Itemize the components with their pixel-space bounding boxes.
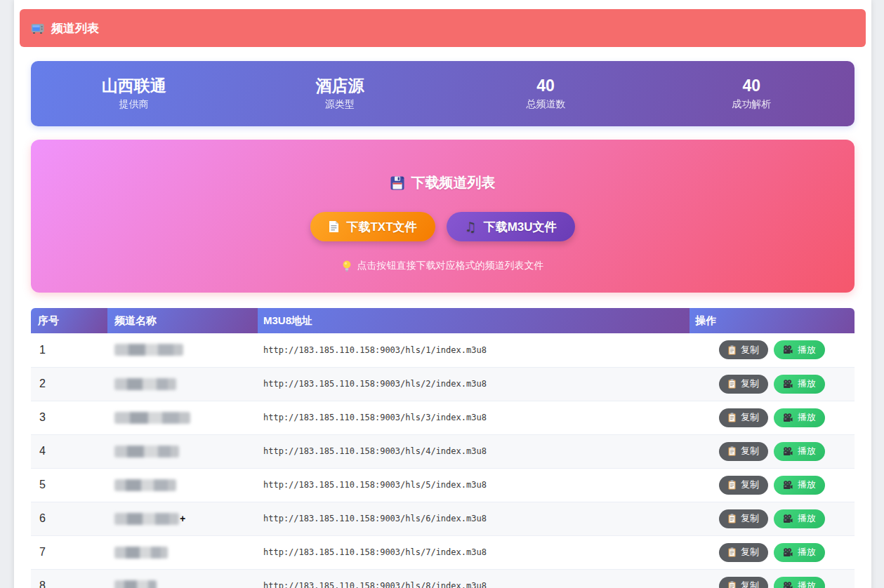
movie-camera-icon xyxy=(783,447,793,456)
clipboard-icon xyxy=(728,547,736,557)
m3u8-url: http://183.185.110.158:9003/hls/1/index.… xyxy=(258,333,690,367)
stat-label: 源类型 xyxy=(237,98,442,111)
table-row: 2 http://183.185.110.158:9003/hls/2/inde… xyxy=(31,367,855,401)
column-header-index: 序号 xyxy=(31,308,107,333)
clipboard-icon xyxy=(728,514,736,523)
copy-button-label: 复制 xyxy=(741,512,759,525)
copy-button-label: 复制 xyxy=(741,445,759,457)
movie-camera-icon xyxy=(783,481,793,490)
actions-cell: 复制 播放 xyxy=(690,502,855,535)
copy-button-label: 复制 xyxy=(741,479,759,491)
play-button[interactable]: 播放 xyxy=(774,408,825,427)
copy-button[interactable]: 复制 xyxy=(719,408,768,427)
play-button[interactable]: 播放 xyxy=(774,577,825,588)
clipboard-icon xyxy=(728,379,736,389)
copy-button[interactable]: 复制 xyxy=(719,340,768,359)
play-button[interactable]: 播放 xyxy=(774,476,825,495)
copy-button[interactable]: 复制 xyxy=(719,375,768,394)
clipboard-icon xyxy=(728,581,736,588)
table-row: 7 http://183.185.110.158:9003/hls/7/inde… xyxy=(31,535,855,569)
copy-button-label: 复制 xyxy=(741,546,759,559)
play-button-label: 播放 xyxy=(798,546,816,559)
row-index: 4 xyxy=(31,434,107,468)
stat-total-channels: 40 总频道数 xyxy=(443,76,649,111)
document-icon xyxy=(329,220,339,233)
movie-camera-icon xyxy=(783,582,793,588)
page-title: 频道列表 xyxy=(51,20,99,36)
play-button-label: 播放 xyxy=(798,580,816,588)
download-txt-label: 下载TXT文件 xyxy=(346,219,416,235)
row-index: 7 xyxy=(31,535,107,569)
copy-button[interactable]: 复制 xyxy=(719,476,768,495)
stat-source-type: 酒店源 源类型 xyxy=(237,76,442,111)
table-row: 3 http://183.185.110.158:9003/hls/3/inde… xyxy=(31,401,855,434)
row-index: 8 xyxy=(31,569,107,588)
copy-button-label: 复制 xyxy=(741,580,759,588)
m3u8-url: http://183.185.110.158:9003/hls/4/index.… xyxy=(258,434,690,468)
stat-provider: 山西联通 提供商 xyxy=(31,76,237,111)
row-index: 2 xyxy=(31,367,107,401)
actions-cell: 复制 播放 xyxy=(690,401,855,434)
copy-button-label: 复制 xyxy=(741,344,759,356)
play-button[interactable]: 播放 xyxy=(774,509,825,528)
actions-cell: 复制 播放 xyxy=(690,333,855,367)
page-header: 频道列表 xyxy=(20,9,866,47)
channel-name-cell xyxy=(107,535,258,569)
redacted-channel-name xyxy=(114,344,183,356)
stats-bar: 山西联通 提供商 酒店源 源类型 40 总频道数 40 成功解析 xyxy=(31,61,855,126)
tv-icon xyxy=(31,22,44,34)
copy-button-label: 复制 xyxy=(741,377,759,390)
play-button-label: 播放 xyxy=(798,377,816,390)
play-button[interactable]: 播放 xyxy=(774,442,825,461)
stat-label: 总频道数 xyxy=(443,98,649,111)
download-title: 下载频道列表 xyxy=(31,173,855,192)
m3u8-url: http://183.185.110.158:9003/hls/2/index.… xyxy=(258,367,690,401)
play-button[interactable]: 播放 xyxy=(774,340,825,359)
actions-cell: 复制 播放 xyxy=(690,434,855,468)
channel-name-cell xyxy=(107,468,258,502)
copy-button[interactable]: 复制 xyxy=(719,442,768,461)
copy-button-label: 复制 xyxy=(741,411,759,424)
download-m3u-button[interactable]: ♫ 下载M3U文件 xyxy=(447,212,575,241)
column-header-name: 频道名称 xyxy=(107,308,258,333)
row-index: 3 xyxy=(31,401,107,434)
row-index: 1 xyxy=(31,333,107,367)
table-row: 4 http://183.185.110.158:9003/hls/4/inde… xyxy=(31,434,855,468)
play-button-label: 播放 xyxy=(798,411,816,424)
redacted-channel-name xyxy=(114,446,179,457)
redacted-channel-name xyxy=(114,479,176,491)
m3u8-url: http://183.185.110.158:9003/hls/8/index.… xyxy=(258,569,690,588)
floppy-disk-icon xyxy=(390,176,404,190)
play-button-label: 播放 xyxy=(798,479,816,491)
redacted-channel-name xyxy=(114,378,176,390)
stat-value: 山西联通 xyxy=(31,76,237,95)
table-row: 5 http://183.185.110.158:9003/hls/5/inde… xyxy=(31,468,855,502)
channel-name-cell xyxy=(107,367,258,401)
play-button[interactable]: 播放 xyxy=(774,543,825,562)
column-header-actions: 操作 xyxy=(690,308,855,333)
main-card: 频道列表 山西联通 提供商 酒店源 源类型 40 总频道数 40 成功解析 xyxy=(14,0,871,588)
channel-name-suffix: + xyxy=(180,513,185,524)
actions-cell: 复制 播放 xyxy=(690,569,855,588)
download-txt-button[interactable]: 下载TXT文件 xyxy=(310,212,435,241)
music-notes-icon: ♫ xyxy=(465,220,477,234)
copy-button[interactable]: 复制 xyxy=(719,577,768,588)
stat-label: 提供商 xyxy=(31,98,237,111)
play-button[interactable]: 播放 xyxy=(774,375,825,394)
redacted-channel-name xyxy=(114,547,168,559)
table-row: 8 http://183.185.110.158:9003/hls/8/inde… xyxy=(31,569,855,588)
channel-name-cell xyxy=(107,434,258,468)
copy-button[interactable]: 复制 xyxy=(719,509,768,528)
download-tip: 点击按钮直接下载对应格式的频道列表文件 xyxy=(31,260,855,272)
download-title-text: 下载频道列表 xyxy=(411,173,496,192)
m3u8-url: http://183.185.110.158:9003/hls/7/index.… xyxy=(258,535,690,569)
clipboard-icon xyxy=(728,345,736,355)
stat-value: 酒店源 xyxy=(237,76,442,95)
copy-button[interactable]: 复制 xyxy=(719,543,768,562)
table-row: 6 + http://183.185.110.158:9003/hls/6/in… xyxy=(31,502,855,535)
stat-value: 40 xyxy=(443,76,649,95)
m3u8-url: http://183.185.110.158:9003/hls/5/index.… xyxy=(258,468,690,502)
redacted-channel-name xyxy=(114,412,190,424)
stat-parsed-ok: 40 成功解析 xyxy=(649,76,855,111)
play-button-label: 播放 xyxy=(798,445,816,457)
